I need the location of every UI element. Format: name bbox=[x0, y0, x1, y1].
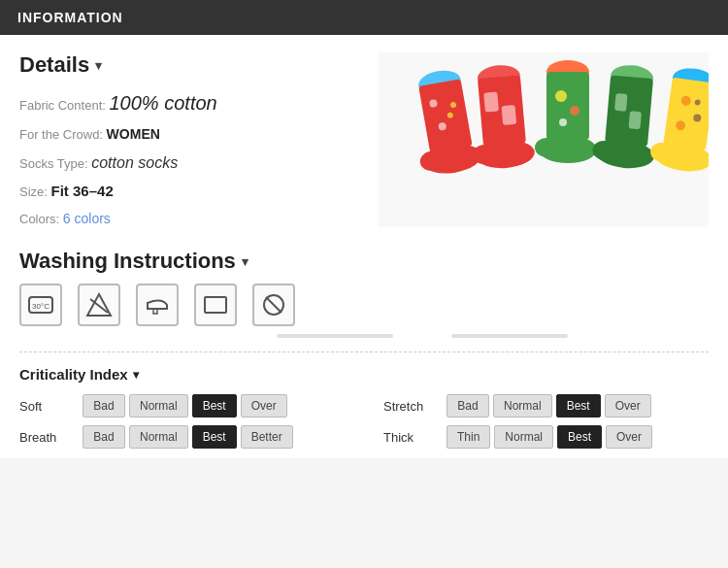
socks-type-line: Socks Type: cotton socks bbox=[19, 150, 359, 176]
thick-normal-btn[interactable]: Normal bbox=[494, 425, 553, 449]
criticality-row-thick: Thick Thin Normal Best Over bbox=[383, 425, 709, 449]
wash-temp-svg: 30°C bbox=[27, 291, 54, 318]
colors-label: Colors: bbox=[19, 212, 59, 226]
details-title: Details ▾ bbox=[19, 52, 359, 78]
soft-bad-btn[interactable]: Bad bbox=[83, 394, 125, 418]
thick-best-btn[interactable]: Best bbox=[557, 425, 602, 449]
crowd-line: For the Crowd: WOMEN bbox=[19, 123, 359, 146]
no-dryclean-svg bbox=[260, 291, 287, 318]
socks-type-label: Socks Type: bbox=[19, 156, 88, 171]
socks-type-value: cotton socks bbox=[91, 154, 178, 171]
criticality-title: Criticality Index ▾ bbox=[19, 366, 709, 383]
svg-point-21 bbox=[559, 118, 567, 126]
soft-buttons: Bad Normal Best Over bbox=[83, 394, 287, 418]
criticality-row-breath: Breath Bad Normal Best Better bbox=[19, 425, 345, 449]
svg-line-43 bbox=[266, 297, 281, 313]
crowd-value: WOMEN bbox=[107, 126, 160, 142]
thick-thin-btn[interactable]: Thin bbox=[447, 425, 490, 449]
soft-label: Soft bbox=[19, 399, 83, 414]
no-bleach-icon bbox=[78, 284, 120, 326]
no-bleach-svg bbox=[85, 291, 113, 318]
criticality-row-soft: Soft Bad Normal Best Over bbox=[19, 394, 345, 418]
header-title: INFORMATION bbox=[17, 10, 123, 25]
no-dry-icon bbox=[194, 284, 237, 326]
criticality-right-col: Stretch Bad Normal Best Over Thick Thin bbox=[383, 394, 709, 449]
stretch-bad-btn[interactable]: Bad bbox=[447, 394, 489, 418]
svg-rect-26 bbox=[614, 93, 628, 112]
thick-label: Thick bbox=[383, 430, 447, 445]
header: INFORMATION bbox=[0, 0, 728, 35]
washing-section: Washing Instructions ▾ 30°C bbox=[19, 249, 709, 326]
main-content: Details ▾ Fabric Content: 100% cotton Fo… bbox=[0, 35, 728, 458]
details-left: Details ▾ Fabric Content: 100% cotton Fo… bbox=[19, 52, 359, 235]
socks-image bbox=[379, 52, 709, 227]
breath-normal-btn[interactable]: Normal bbox=[129, 425, 188, 449]
size-value: Fit 36–42 bbox=[51, 183, 114, 199]
washing-icons: 30°C bbox=[19, 284, 709, 326]
details-arrow[interactable]: ▾ bbox=[95, 58, 102, 73]
svg-rect-27 bbox=[628, 111, 642, 129]
stretch-buttons: Bad Normal Best Over bbox=[447, 394, 651, 418]
breath-better-btn[interactable]: Better bbox=[241, 425, 293, 449]
breath-buttons: Bad Normal Best Better bbox=[83, 425, 293, 449]
svg-text:30°C: 30°C bbox=[32, 302, 50, 311]
criticality-arrow[interactable]: ▾ bbox=[133, 368, 139, 382]
thick-over-btn[interactable]: Over bbox=[606, 425, 652, 449]
size-label: Size: bbox=[19, 184, 48, 199]
breath-label: Breath bbox=[19, 430, 83, 445]
soft-normal-btn[interactable]: Normal bbox=[129, 394, 188, 418]
crowd-label: For the Crowd: bbox=[19, 127, 103, 142]
criticality-columns: Soft Bad Normal Best Over Breath Bad bbox=[19, 394, 709, 449]
criticality-row-stretch: Stretch Bad Normal Best Over bbox=[383, 394, 709, 418]
size-line: Size: Fit 36–42 bbox=[19, 180, 359, 203]
washing-title: Washing Instructions ▾ bbox=[19, 249, 709, 274]
stretch-over-btn[interactable]: Over bbox=[605, 394, 651, 418]
svg-rect-41 bbox=[205, 297, 226, 313]
page-wrapper: INFORMATION Details ▾ Fabric Content: 10… bbox=[0, 0, 728, 458]
svg-point-20 bbox=[570, 106, 579, 116]
criticality-section: Criticality Index ▾ Soft Bad Normal Best… bbox=[19, 366, 709, 449]
thick-buttons: Thin Normal Best Over bbox=[447, 425, 652, 449]
iron-svg bbox=[144, 291, 171, 318]
criticality-left-col: Soft Bad Normal Best Over Breath Bad bbox=[19, 394, 345, 449]
svg-point-18 bbox=[535, 138, 558, 157]
iron-icon bbox=[136, 284, 179, 326]
svg-rect-23 bbox=[605, 75, 653, 147]
washing-arrow[interactable]: ▾ bbox=[242, 254, 248, 269]
stretch-normal-btn[interactable]: Normal bbox=[493, 394, 552, 418]
fabric-label: Fabric Content: bbox=[19, 98, 106, 113]
socks-svg bbox=[379, 52, 709, 227]
svg-rect-10 bbox=[478, 75, 526, 147]
colors-line: Colors: 6 colors bbox=[19, 208, 359, 230]
colors-value: 6 colors bbox=[63, 211, 111, 226]
breath-best-btn[interactable]: Best bbox=[192, 425, 237, 449]
stretch-label: Stretch bbox=[383, 399, 447, 414]
fabric-value: 100% cotton bbox=[110, 92, 217, 114]
fabric-line: Fabric Content: 100% cotton bbox=[19, 87, 359, 118]
soft-best-btn[interactable]: Best bbox=[192, 394, 237, 418]
details-section: Details ▾ Fabric Content: 100% cotton Fo… bbox=[19, 52, 709, 235]
svg-rect-14 bbox=[502, 105, 517, 125]
breath-bad-btn[interactable]: Bad bbox=[83, 425, 125, 449]
svg-rect-40 bbox=[153, 309, 157, 314]
svg-rect-13 bbox=[483, 91, 499, 112]
svg-point-19 bbox=[555, 90, 567, 102]
soft-over-btn[interactable]: Over bbox=[241, 394, 287, 418]
wash-temp-icon: 30°C bbox=[19, 284, 62, 326]
divider bbox=[19, 351, 709, 352]
svg-rect-16 bbox=[546, 72, 589, 140]
stretch-best-btn[interactable]: Best bbox=[556, 394, 601, 418]
no-dry-svg bbox=[202, 291, 229, 318]
no-dryclean-icon bbox=[252, 284, 295, 326]
